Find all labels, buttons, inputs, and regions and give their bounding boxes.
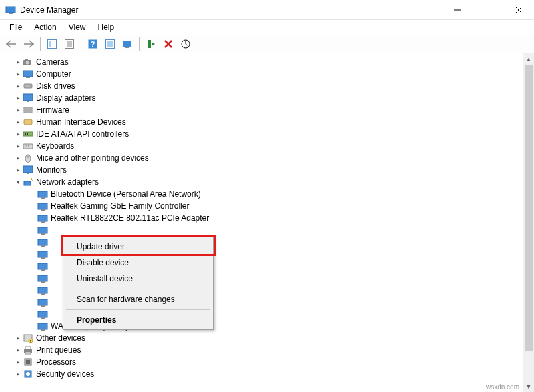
tree-node[interactable]: ▸Monitors xyxy=(1,164,534,176)
scroll-down-arrow[interactable]: ▼ xyxy=(523,381,534,392)
net-icon xyxy=(37,225,48,235)
context-uninstall-device[interactable]: Uninstall device xyxy=(65,271,212,287)
tree-node[interactable]: ▸Firmware xyxy=(1,104,534,116)
minimize-button[interactable] xyxy=(442,0,473,20)
svg-rect-30 xyxy=(27,101,29,102)
chevron-right-icon[interactable]: ▸ xyxy=(13,140,23,152)
forward-button[interactable] xyxy=(21,36,37,52)
device-tree[interactable]: ▸Cameras▸Computer▸Disk drives▸Display ad… xyxy=(0,53,534,383)
chevron-right-icon[interactable]: ▸ xyxy=(13,152,23,164)
tree-node[interactable]: ▸Security devices xyxy=(1,368,534,380)
svg-rect-40 xyxy=(25,145,26,147)
properties-button[interactable] xyxy=(61,36,77,52)
menu-file[interactable]: File xyxy=(4,21,27,33)
tree-node[interactable]: ▸Processors xyxy=(1,356,534,368)
net-icon xyxy=(37,273,48,283)
tree-node[interactable]: ▸IDE ATA/ATAPI controllers xyxy=(1,128,534,140)
print-icon xyxy=(23,345,33,355)
svg-rect-3 xyxy=(485,7,491,13)
toolbar-separator xyxy=(40,37,41,51)
tree-node[interactable]: ▸Computer xyxy=(1,68,534,80)
menu-help[interactable]: Help xyxy=(93,21,120,33)
svg-rect-59 xyxy=(41,257,45,259)
chevron-right-icon[interactable]: ▸ xyxy=(13,128,23,140)
chevron-right-icon[interactable]: ▸ xyxy=(13,344,23,356)
svg-rect-58 xyxy=(38,251,47,257)
svg-rect-47 xyxy=(24,181,31,185)
tree-node[interactable]: ▸Realtek RTL8822CE 802.11ac PCIe Adapter xyxy=(1,212,534,224)
enable-device-button[interactable] xyxy=(143,36,159,52)
svg-rect-76 xyxy=(25,347,31,349)
mouse-icon xyxy=(23,153,33,163)
ide-icon xyxy=(23,129,33,139)
tree-node[interactable]: ▸Keyboards xyxy=(1,140,534,152)
action-button[interactable] xyxy=(102,36,118,52)
menubar: File Action View Help xyxy=(0,20,534,35)
close-button[interactable] xyxy=(503,0,534,20)
tree-node[interactable]: ▾Network adapters xyxy=(1,176,534,188)
disable-device-button[interactable] xyxy=(160,36,176,52)
back-button[interactable] xyxy=(3,36,19,52)
tree-node[interactable]: ▸Disk drives xyxy=(1,80,534,92)
other-icon: ? xyxy=(23,333,33,343)
svg-point-81 xyxy=(26,372,30,376)
svg-rect-24 xyxy=(25,59,28,61)
chevron-right-icon[interactable]: ▸ xyxy=(13,164,23,176)
tree-node-label: Security devices xyxy=(36,368,94,380)
context-update-driver[interactable]: Update driver xyxy=(65,239,212,255)
camera-icon xyxy=(23,57,33,67)
chevron-right-icon[interactable]: ▸ xyxy=(13,56,23,68)
chevron-down-icon[interactable]: ▾ xyxy=(13,176,23,188)
svg-rect-55 xyxy=(41,233,45,235)
svg-rect-17 xyxy=(125,47,129,48)
app-icon xyxy=(5,5,16,15)
scan-hardware-button[interactable] xyxy=(119,36,136,52)
chevron-right-icon[interactable]: ▸ xyxy=(13,356,23,368)
svg-rect-18 xyxy=(148,40,151,48)
svg-rect-71 xyxy=(41,329,45,331)
context-properties[interactable]: Properties xyxy=(65,312,212,328)
vertical-scrollbar[interactable]: ▲ ▼ xyxy=(523,53,534,392)
maximize-button[interactable] xyxy=(473,0,503,20)
scroll-up-arrow[interactable]: ▲ xyxy=(523,53,534,65)
svg-rect-38 xyxy=(27,133,28,135)
tree-node[interactable]: ▸Cameras xyxy=(1,56,534,68)
tree-node[interactable]: ▸Mice and other pointing devices xyxy=(1,152,534,164)
update-driver-button[interactable] xyxy=(178,36,194,52)
svg-point-23 xyxy=(26,61,29,65)
context-scan-hardware[interactable]: Scan for hardware changes xyxy=(65,291,212,307)
tree-node[interactable]: ▸Realtek Gaming GbE Family Controller xyxy=(1,200,534,212)
tree-node[interactable]: ▸?Other devices xyxy=(1,332,534,344)
menu-view[interactable]: View xyxy=(63,21,91,33)
tree-node-label: Computer xyxy=(36,68,71,80)
scroll-thumb[interactable] xyxy=(525,65,533,351)
tree-node-label: Processors xyxy=(36,356,76,368)
computer-icon xyxy=(23,69,33,79)
display-icon xyxy=(23,93,33,103)
tree-node-label: Disk drives xyxy=(36,80,75,92)
chevron-right-icon[interactable]: ▸ xyxy=(13,332,23,344)
disk-icon xyxy=(23,81,33,91)
chevron-right-icon[interactable]: ▸ xyxy=(13,104,23,116)
tree-node-label: Print queues xyxy=(36,344,81,356)
chevron-right-icon[interactable]: ▸ xyxy=(13,92,23,104)
context-disable-device[interactable]: Disable device xyxy=(65,255,212,271)
tree-area: ▸Cameras▸Computer▸Disk drives▸Display ad… xyxy=(0,53,534,392)
chevron-right-icon[interactable]: ▸ xyxy=(13,368,23,380)
svg-rect-65 xyxy=(41,293,45,295)
svg-rect-29 xyxy=(23,94,33,101)
svg-rect-66 xyxy=(38,299,47,305)
tree-node[interactable]: ▸Bluetooth Device (Personal Area Network… xyxy=(1,188,534,200)
tree-node[interactable]: ▸Human Interface Devices xyxy=(1,116,534,128)
menu-action[interactable]: Action xyxy=(29,21,61,33)
chevron-right-icon[interactable]: ▸ xyxy=(13,68,23,80)
chevron-right-icon[interactable]: ▸ xyxy=(13,80,23,92)
chevron-right-icon[interactable]: ▸ xyxy=(13,116,23,128)
tree-node[interactable]: ▸ xyxy=(1,224,534,236)
show-hide-console-tree-button[interactable] xyxy=(44,36,60,52)
tree-node[interactable]: ▸Display adapters xyxy=(1,92,534,104)
tree-node[interactable]: ▸Print queues xyxy=(1,344,534,356)
svg-rect-69 xyxy=(41,317,45,319)
svg-rect-53 xyxy=(41,221,45,223)
help-button[interactable]: ? xyxy=(85,36,101,52)
